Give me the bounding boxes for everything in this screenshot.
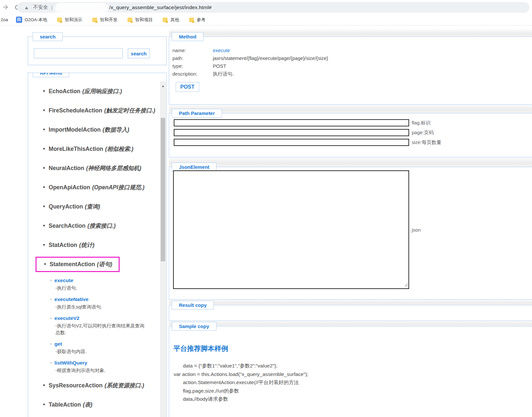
bullet-icon: • <box>43 164 45 171</box>
menu-item-desc: (语句) <box>97 261 112 267</box>
menu-item[interactable]: •TableAction(表) <box>43 401 155 408</box>
menu-item[interactable]: •StatAction(统计) <box>43 241 155 249</box>
menu-item[interactable]: •OpenApiAction(OpenAPI接口规范.) <box>43 184 155 191</box>
code-line: data = {"参数1":"value1","参数2":"value2"}; <box>174 362 532 370</box>
search-section-legend: search <box>33 32 63 41</box>
bookmark-folder[interactable]: 参考 <box>189 17 206 23</box>
path-parameter-input[interactable] <box>174 129 409 136</box>
submenu-item-line: ○executeNative <box>50 296 155 303</box>
path-parameter-input[interactable] <box>174 139 409 146</box>
json-element-legend: JsonElement <box>172 163 216 171</box>
sub-bullet-icon: ○ <box>50 342 52 346</box>
menu-item-label[interactable]: MoreLikeThisAction <box>49 146 103 152</box>
submenu-link[interactable]: get <box>54 341 62 347</box>
menu-item[interactable]: •SysResourceAction(系统资源接口.) <box>43 382 155 389</box>
menu-item-label[interactable]: SysResourceAction <box>49 382 102 389</box>
method-section: Method name:executepath:jaxrs/statement/… <box>169 36 532 105</box>
address-separator: | <box>51 5 52 10</box>
bookmark-folder[interactable]: 智和开发 <box>92 17 118 23</box>
bullet-icon: • <box>43 87 45 94</box>
section-gap <box>169 157 532 167</box>
bookmark-folder-label: 其他 <box>170 17 179 23</box>
bullet-icon: • <box>43 126 45 133</box>
browser-toolbar: ▲ ! 不安全 | /x_query_assemble_surface/jest… <box>0 0 532 14</box>
menu-item-desc: (搜索接口.) <box>87 223 116 229</box>
bullet-icon: • <box>43 381 45 389</box>
code-line: var action = this.Actions.load("x_query_… <box>174 370 532 379</box>
submenu-item-line: ○listWithQuery <box>50 360 155 366</box>
post-button[interactable]: POST <box>176 82 199 92</box>
bookmark-folder[interactable]: 其他 <box>163 17 179 23</box>
menu-item[interactable]: •FireScheduleAction(触发定时任务接口.) <box>43 107 155 114</box>
menu-item[interactable]: •MoreLikeThisAction(相似检索.) <box>43 145 155 152</box>
menu-item-label[interactable]: NeuralAction <box>49 165 84 171</box>
menu-item-desc: (查询) <box>85 203 100 210</box>
path-parameter-input[interactable] <box>174 119 409 126</box>
code-line: data,//body请求参数 <box>174 395 532 403</box>
api-menu-section: API Menu •EchoAction(应用响应接口.)•FireSchedu… <box>28 73 167 417</box>
menu-item-label[interactable]: FireScheduleAction <box>49 107 102 114</box>
method-row-value: jaxrs/statement/{flag}/execute/page/{pag… <box>213 55 328 61</box>
menu-item-label[interactable]: OpenApiAction <box>49 184 90 191</box>
menu-item-label[interactable]: ImportModelAction <box>49 126 100 133</box>
bullet-icon: • <box>43 145 45 152</box>
submenu-desc: -执行语句V2,可以同时执行查询结果及查询总数. <box>50 323 148 336</box>
menu-item-desc: (应用响应接口.) <box>82 88 122 94</box>
bookmarks-bar: 2oa 回 O2OA-本地 智和演示智和开发智和项目其他参考 <box>0 14 532 25</box>
bookmark-folder[interactable]: 智和演示 <box>57 17 82 23</box>
menu-item-label[interactable]: StatementAction <box>50 261 95 267</box>
path-parameter-label: flag:标识 <box>412 120 431 126</box>
bookmark-partial[interactable]: 2oa <box>1 17 8 22</box>
bookmark-folder-group: 智和演示智和开发智和项目其他参考 <box>57 17 215 23</box>
search-button[interactable]: search <box>128 49 150 58</box>
menu-item[interactable]: •NeuralAction(神经网络多层感知机) <box>43 165 155 172</box>
sub-bullet-icon: ○ <box>50 316 52 320</box>
path-parameter-row: flag:标识 <box>174 119 532 126</box>
address-bar[interactable]: ▲ ! 不安全 | /x_query_assemble_surface/jest… <box>17 2 529 13</box>
menu-item[interactable]: •ImportModelAction(数据导入) <box>43 126 155 133</box>
not-secure-warning-icon[interactable]: ▲ ! <box>24 5 30 10</box>
menu-item-label[interactable]: EchoAction <box>49 88 80 94</box>
path-parameter-section: Path Parameter flag:标识page:页码size:每页数量 <box>169 113 532 157</box>
forward-icon[interactable] <box>1 2 10 12</box>
menu-item[interactable]: •StatementAction(语句) <box>44 261 112 268</box>
bullet-icon: • <box>43 107 45 114</box>
scrollbar-thumb[interactable] <box>161 118 165 261</box>
menu-item-desc: (神经网络多层感知机) <box>86 165 141 171</box>
folder-icon <box>92 18 97 22</box>
submenu-link[interactable]: listWithQuery <box>54 360 87 366</box>
left-column: search search API Menu •EchoAction(应用响应接… <box>28 25 167 417</box>
json-textarea[interactable] <box>173 170 409 289</box>
method-row: path:jaxrs/statement/{flag}/execute/page… <box>172 54 532 62</box>
menu-item-label[interactable]: SearchAction <box>49 223 85 229</box>
json-element-section: JsonElement json <box>169 167 532 300</box>
menu-item[interactable]: •QueryAction(查询) <box>43 203 155 210</box>
submenu-item: ○get-获取语句内容. <box>50 341 155 355</box>
menu-item[interactable]: •EchoAction(应用响应接口.) <box>43 88 155 95</box>
result-copy-legend: Result copy <box>172 301 214 309</box>
bookmark-o2oa[interactable]: 回 O2OA-本地 <box>16 17 47 23</box>
menu-item-desc: (统计) <box>79 242 95 248</box>
submenu-link[interactable]: executeV2 <box>54 315 80 321</box>
path-parameter-label: size:每页数量 <box>412 139 441 146</box>
menu-item-label[interactable]: QueryAction <box>49 203 83 210</box>
method-row-label: type: <box>172 62 213 70</box>
menu-item-label[interactable]: TableAction <box>49 401 81 408</box>
search-input[interactable] <box>34 48 123 58</box>
url-path[interactable]: /x_query_assemble_surface/jest/index.htm… <box>109 5 212 10</box>
submenu-link[interactable]: execute <box>54 278 73 283</box>
scrollbar-up-arrow-icon[interactable]: ▲ <box>160 81 166 88</box>
api-menu-list: •EchoAction(应用响应接口.)•FireScheduleAction(… <box>28 73 160 417</box>
bookmark-o2oa-label: O2OA-本地 <box>25 17 47 23</box>
submenu-link[interactable]: executeNative <box>54 296 88 302</box>
section-gap <box>169 29 532 36</box>
method-legend: Method <box>172 32 203 41</box>
menu-item[interactable]: •SearchAction(搜索接口.) <box>43 222 155 229</box>
folder-icon <box>57 18 62 22</box>
menu-item-desc: (系统资源接口.) <box>105 382 144 389</box>
menu-scrollbar[interactable]: ▲ <box>160 81 166 417</box>
path-parameter-label: page:页码 <box>412 130 434 136</box>
method-name-link[interactable]: execute <box>213 48 230 53</box>
menu-item-label[interactable]: StatAction <box>49 242 77 248</box>
bookmark-folder[interactable]: 智和项目 <box>127 17 153 23</box>
